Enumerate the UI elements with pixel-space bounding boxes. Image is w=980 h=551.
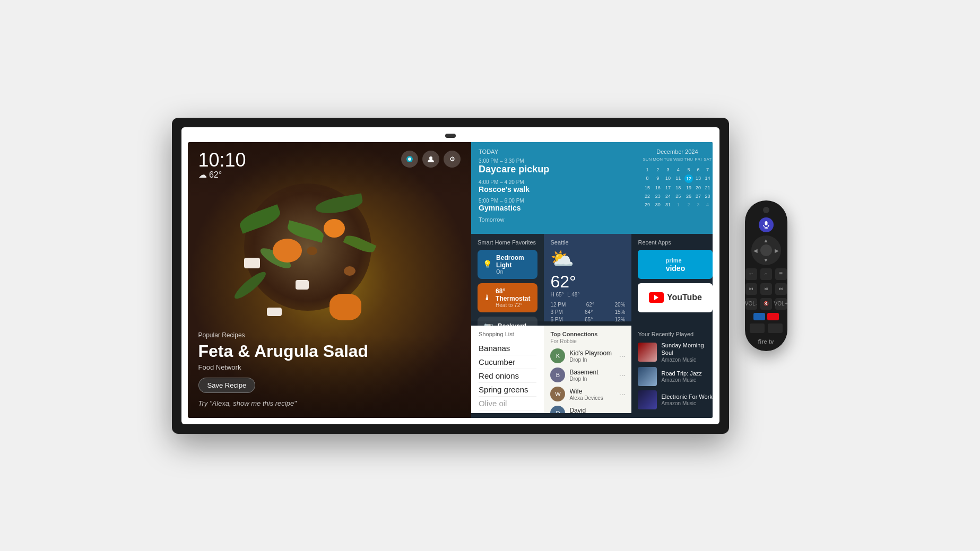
weather-row-3: 6 PM 65° 12%	[550, 317, 625, 322]
cal-day: 31	[664, 201, 672, 208]
conn-info-w: Wife Alexa Devices	[569, 388, 603, 401]
weather-icon: ⛅	[550, 248, 625, 270]
rp-item-electronic[interactable]: Electronic For Work Amazon Music	[638, 390, 713, 409]
cal-day-other: 2	[684, 201, 693, 208]
youtube-tile[interactable]: YouTube	[638, 283, 713, 312]
bedroom-light-btn[interactable]: 💡 Bedroom Light On	[478, 250, 537, 279]
shopping-widget: Shopping List Bananas Cucumber Red onion…	[471, 326, 544, 413]
conn-more-icon[interactable]: ···	[619, 352, 626, 360]
cal-day: 6	[694, 166, 703, 173]
shopping-item-springgreens: Spring greens	[479, 383, 536, 397]
events-section: Today 3:00 PM – 3:30 PM Daycare pickup 4…	[479, 148, 636, 228]
calendar-widget: Today 3:00 PM – 3:30 PM Daycare pickup 4…	[471, 142, 713, 234]
dpad-left[interactable]: ◀	[753, 247, 758, 253]
event-time-2: 4:00 PM – 4:20 PM	[479, 179, 636, 185]
nav-buttons-row: ↩ ⌂ ☰	[745, 268, 787, 280]
weather-pct-1: 20%	[614, 302, 625, 308]
rp-item-roadtrip[interactable]: Road Trip: Jazz Amazon Music	[638, 367, 713, 386]
netflix-brand-button[interactable]	[767, 313, 779, 320]
menu-button[interactable]: ☰	[775, 268, 787, 280]
conn-more-icon-b[interactable]: ···	[619, 371, 626, 379]
recent-apps-title: Recent Apps	[638, 239, 713, 246]
extra-buttons-row	[750, 323, 783, 333]
vol-down-button[interactable]: VOL-	[745, 298, 757, 310]
shopping-title: Shopping List	[479, 331, 536, 337]
recipe-source: Food Network	[198, 363, 461, 371]
cal-day: 5	[684, 166, 693, 173]
top-icons: ⚙	[401, 151, 461, 168]
cal-day	[664, 163, 672, 165]
prime-brand-button[interactable]	[753, 313, 765, 320]
youtube-icon	[649, 292, 664, 303]
thermostat-btn[interactable]: 🌡 68° Thermostat Heat to 72°	[478, 283, 537, 312]
connections-sub: For Robbie	[550, 338, 625, 344]
conn-more-icon-w[interactable]: ···	[619, 390, 626, 398]
rp-thumb-electronic	[638, 390, 657, 409]
shopping-item-cucumber: Cucumber	[479, 355, 536, 369]
rp-info-roadtrip: Road Trip: Jazz Amazon Music	[661, 370, 701, 383]
power-button[interactable]	[763, 207, 769, 213]
conn-avatar-b: B	[550, 368, 565, 382]
cal-day: 24	[664, 193, 672, 200]
bottom-row: Shopping List Bananas Cucumber Red onion…	[471, 326, 713, 413]
calendar-section: December 2024 SUN MON TUE WED THU FRI SA…	[643, 148, 712, 228]
cal-day: 14	[704, 174, 712, 183]
cal-dh: MON	[653, 157, 663, 162]
settings-icon[interactable]: ⚙	[444, 151, 461, 168]
weather-city: Seattle	[550, 239, 625, 246]
connection-basement[interactable]: B Basement Drop In ···	[550, 368, 625, 382]
shopping-item-oliveoil: Olive oil	[479, 397, 536, 410]
tv-frame: 10:10 ☁ 62°	[172, 118, 729, 434]
app-button-1[interactable]	[750, 323, 765, 333]
conn-info-b: Basement Drop In	[569, 369, 598, 382]
cal-day: 30	[653, 201, 663, 208]
conn-name-d: David	[569, 407, 586, 414]
alexa-icon[interactable]	[401, 151, 418, 168]
weather-row-1: 12 PM 62° 20%	[550, 302, 625, 308]
remote-container: ▲ ▼ ◀ ▶ ↩ ⌂ ☰ ⏮ ⏯ ⏭ VOL- 🔇 VOL+	[745, 200, 787, 351]
recent-apps-widget: Recent Apps prime video	[631, 234, 713, 321]
dpad-down[interactable]: ▼	[764, 257, 769, 263]
cal-day: 11	[673, 174, 683, 183]
cal-day: 2	[653, 166, 663, 173]
dpad-center-button[interactable]	[760, 244, 772, 256]
conn-info-d: David Mobile	[569, 407, 586, 414]
connection-wife[interactable]: W Wife Alexa Devices ···	[550, 387, 625, 401]
connection-david[interactable]: D David Mobile ···	[550, 406, 625, 413]
vol-up-button[interactable]: VOL+	[775, 298, 787, 310]
conn-more-icon-d[interactable]: ···	[619, 409, 626, 413]
mute-button[interactable]: 🔇	[760, 298, 772, 310]
dpad-up[interactable]: ▲	[764, 238, 769, 243]
cal-day: 20	[694, 184, 703, 191]
alexa-mic-button[interactable]	[759, 217, 774, 232]
cal-day: 25	[673, 193, 683, 200]
alexa-hint: Try "Alexa, show me this recipe"	[198, 399, 461, 407]
prime-video-tile[interactable]: prime video	[638, 250, 713, 279]
cal-day: 21	[704, 184, 712, 191]
youtube-play-triangle	[654, 295, 658, 300]
back-button[interactable]: ↩	[745, 268, 757, 280]
tomorrow-label: Tomorrow	[479, 216, 636, 223]
fast-forward-button[interactable]: ⏭	[775, 283, 787, 295]
tv-inner: 10:10 ☁ 62°	[181, 127, 719, 424]
dpad-right[interactable]: ▶	[775, 247, 779, 253]
rp-item-sunday[interactable]: Sunday Morning Soul Amazon Music	[638, 342, 713, 363]
svg-point-1	[408, 158, 411, 161]
weather-widget: Seattle ⛅ 62° H 65° L 48° 12 PM 62° 20%	[544, 234, 631, 321]
cal-header: December 2024	[643, 148, 712, 155]
cal-day: 28	[704, 193, 712, 200]
home-button[interactable]: ⌂	[760, 268, 772, 280]
cal-day-other: 3	[694, 201, 703, 208]
cal-dh: SUN	[643, 157, 652, 162]
profile-icon[interactable]	[422, 151, 439, 168]
event-name-2: Roscoe's walk	[479, 185, 636, 194]
cal-day	[684, 163, 693, 165]
cal-day	[643, 163, 652, 165]
remote-logo: fire tv	[758, 338, 774, 345]
app-button-2[interactable]	[768, 323, 783, 333]
connection-kidsplayroom[interactable]: K Kid's Playroom Drop In ···	[550, 348, 625, 363]
rewind-button[interactable]: ⏮	[745, 283, 757, 295]
play-pause-button[interactable]: ⏯	[760, 283, 772, 295]
save-recipe-button[interactable]: Save Recipe	[198, 378, 256, 393]
light-icon: 💡	[483, 259, 492, 269]
